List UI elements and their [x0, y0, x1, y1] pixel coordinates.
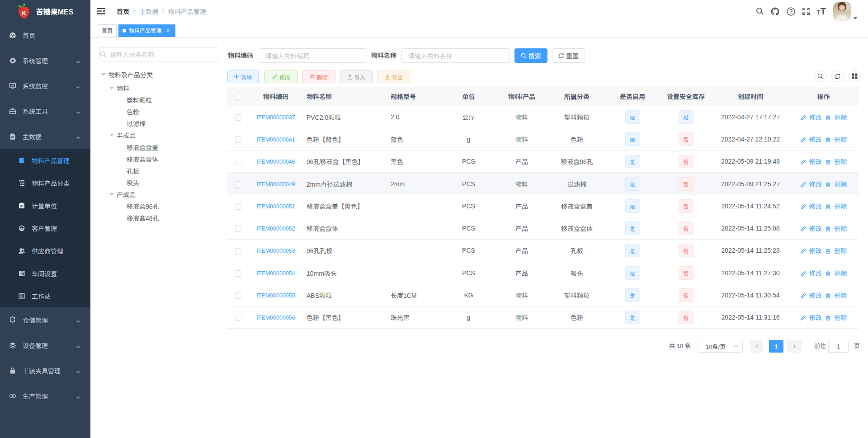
svg-text:K: K [21, 9, 26, 17]
